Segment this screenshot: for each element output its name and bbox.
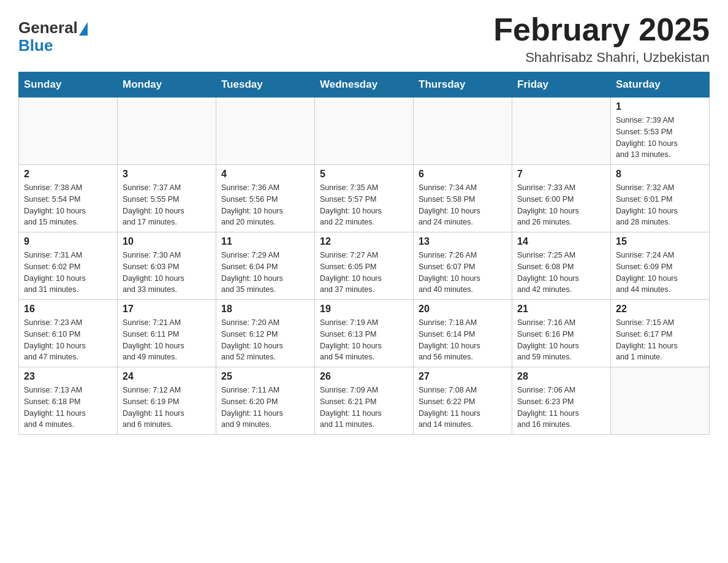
day-number: 23	[24, 371, 112, 382]
page-header: General Blue February 2025 Shahrisabz Sh…	[18, 12, 710, 66]
day-of-week-thursday: Thursday	[414, 72, 512, 98]
day-number: 24	[123, 371, 211, 382]
day-info: Sunrise: 7:35 AMSunset: 5:57 PMDaylight:…	[320, 182, 408, 228]
calendar-cell: 22Sunrise: 7:15 AMSunset: 6:17 PMDayligh…	[611, 300, 710, 367]
day-number: 20	[419, 304, 507, 315]
day-info: Sunrise: 7:15 AMSunset: 6:17 PMDaylight:…	[616, 317, 704, 363]
calendar-cell: 26Sunrise: 7:09 AMSunset: 6:21 PMDayligh…	[315, 367, 414, 435]
day-of-week-saturday: Saturday	[611, 72, 710, 98]
day-of-week-tuesday: Tuesday	[216, 72, 315, 98]
day-info: Sunrise: 7:16 AMSunset: 6:16 PMDaylight:…	[517, 317, 605, 363]
day-info: Sunrise: 7:37 AMSunset: 5:55 PMDaylight:…	[123, 182, 211, 228]
day-number: 16	[24, 304, 112, 315]
logo-blue-text: Blue	[18, 36, 53, 55]
calendar-cell	[414, 98, 512, 165]
calendar-cell: 17Sunrise: 7:21 AMSunset: 6:11 PMDayligh…	[118, 300, 216, 367]
calendar-cell: 24Sunrise: 7:12 AMSunset: 6:19 PMDayligh…	[118, 367, 216, 435]
calendar-cell: 12Sunrise: 7:27 AMSunset: 6:05 PMDayligh…	[315, 232, 414, 300]
calendar-cell: 4Sunrise: 7:36 AMSunset: 5:56 PMDaylight…	[216, 165, 315, 232]
day-info: Sunrise: 7:33 AMSunset: 6:00 PMDaylight:…	[517, 182, 605, 228]
logo: General Blue	[18, 12, 88, 55]
day-info: Sunrise: 7:32 AMSunset: 6:01 PMDaylight:…	[616, 182, 704, 228]
calendar-cell: 19Sunrise: 7:19 AMSunset: 6:13 PMDayligh…	[315, 300, 414, 367]
day-of-week-friday: Friday	[512, 72, 611, 98]
day-number: 25	[221, 371, 309, 382]
calendar-cell: 27Sunrise: 7:08 AMSunset: 6:22 PMDayligh…	[414, 367, 512, 435]
day-number: 22	[616, 304, 704, 315]
day-number: 5	[320, 169, 408, 180]
logo-general-text: General	[18, 18, 78, 37]
calendar-cell: 21Sunrise: 7:16 AMSunset: 6:16 PMDayligh…	[512, 300, 611, 367]
day-number: 7	[517, 169, 605, 180]
day-number: 11	[221, 236, 309, 247]
day-number: 19	[320, 304, 408, 315]
day-number: 6	[419, 169, 507, 180]
day-info: Sunrise: 7:29 AMSunset: 6:04 PMDaylight:…	[221, 250, 309, 296]
day-info: Sunrise: 7:30 AMSunset: 6:03 PMDaylight:…	[123, 250, 211, 296]
day-info: Sunrise: 7:20 AMSunset: 6:12 PMDaylight:…	[221, 317, 309, 363]
day-number: 2	[24, 169, 112, 180]
calendar-cell: 6Sunrise: 7:34 AMSunset: 5:58 PMDaylight…	[414, 165, 512, 232]
day-info: Sunrise: 7:31 AMSunset: 6:02 PMDaylight:…	[24, 250, 112, 296]
calendar-table: SundayMondayTuesdayWednesdayThursdayFrid…	[18, 72, 710, 435]
calendar-cell	[216, 98, 315, 165]
calendar-cell: 10Sunrise: 7:30 AMSunset: 6:03 PMDayligh…	[118, 232, 216, 300]
day-info: Sunrise: 7:38 AMSunset: 5:54 PMDaylight:…	[24, 182, 112, 228]
logo-triangle-icon	[79, 22, 88, 36]
day-info: Sunrise: 7:34 AMSunset: 5:58 PMDaylight:…	[419, 182, 507, 228]
calendar-cell: 15Sunrise: 7:24 AMSunset: 6:09 PMDayligh…	[611, 232, 710, 300]
calendar-cell: 3Sunrise: 7:37 AMSunset: 5:55 PMDaylight…	[118, 165, 216, 232]
day-number: 17	[123, 304, 211, 315]
calendar-cell: 13Sunrise: 7:26 AMSunset: 6:07 PMDayligh…	[414, 232, 512, 300]
day-number: 21	[517, 304, 605, 315]
day-info: Sunrise: 7:24 AMSunset: 6:09 PMDaylight:…	[616, 250, 704, 296]
day-info: Sunrise: 7:13 AMSunset: 6:18 PMDaylight:…	[24, 385, 112, 431]
day-number: 13	[419, 236, 507, 247]
day-number: 27	[419, 371, 507, 382]
day-info: Sunrise: 7:36 AMSunset: 5:56 PMDaylight:…	[221, 182, 309, 228]
day-number: 9	[24, 236, 112, 247]
day-number: 4	[221, 169, 309, 180]
calendar-cell	[512, 98, 611, 165]
calendar-header: SundayMondayTuesdayWednesdayThursdayFrid…	[19, 72, 710, 98]
calendar-cell: 16Sunrise: 7:23 AMSunset: 6:10 PMDayligh…	[19, 300, 118, 367]
day-info: Sunrise: 7:09 AMSunset: 6:21 PMDaylight:…	[320, 385, 408, 431]
day-info: Sunrise: 7:21 AMSunset: 6:11 PMDaylight:…	[123, 317, 211, 363]
title-block: February 2025 Shahrisabz Shahri, Uzbekis…	[493, 12, 710, 66]
day-info: Sunrise: 7:08 AMSunset: 6:22 PMDaylight:…	[419, 385, 507, 431]
calendar-cell: 9Sunrise: 7:31 AMSunset: 6:02 PMDaylight…	[19, 232, 118, 300]
calendar-cell	[19, 98, 118, 165]
week-row-1: 1Sunrise: 7:39 AMSunset: 5:53 PMDaylight…	[19, 98, 710, 165]
day-info: Sunrise: 7:26 AMSunset: 6:07 PMDaylight:…	[419, 250, 507, 296]
week-row-4: 16Sunrise: 7:23 AMSunset: 6:10 PMDayligh…	[19, 300, 710, 367]
day-number: 26	[320, 371, 408, 382]
day-number: 3	[123, 169, 211, 180]
month-title: February 2025	[493, 12, 710, 47]
day-info: Sunrise: 7:39 AMSunset: 5:53 PMDaylight:…	[616, 115, 704, 161]
week-row-2: 2Sunrise: 7:38 AMSunset: 5:54 PMDaylight…	[19, 165, 710, 232]
week-row-3: 9Sunrise: 7:31 AMSunset: 6:02 PMDaylight…	[19, 232, 710, 300]
day-info: Sunrise: 7:23 AMSunset: 6:10 PMDaylight:…	[24, 317, 112, 363]
day-number: 14	[517, 236, 605, 247]
calendar-cell: 7Sunrise: 7:33 AMSunset: 6:00 PMDaylight…	[512, 165, 611, 232]
day-number: 18	[221, 304, 309, 315]
day-info: Sunrise: 7:11 AMSunset: 6:20 PMDaylight:…	[221, 385, 309, 431]
day-info: Sunrise: 7:18 AMSunset: 6:14 PMDaylight:…	[419, 317, 507, 363]
day-number: 12	[320, 236, 408, 247]
day-of-week-monday: Monday	[118, 72, 216, 98]
calendar-cell: 23Sunrise: 7:13 AMSunset: 6:18 PMDayligh…	[19, 367, 118, 435]
days-of-week-row: SundayMondayTuesdayWednesdayThursdayFrid…	[19, 72, 710, 98]
day-info: Sunrise: 7:19 AMSunset: 6:13 PMDaylight:…	[320, 317, 408, 363]
day-number: 10	[123, 236, 211, 247]
day-info: Sunrise: 7:12 AMSunset: 6:19 PMDaylight:…	[123, 385, 211, 431]
day-number: 1	[616, 101, 704, 112]
day-of-week-sunday: Sunday	[19, 72, 118, 98]
calendar-cell: 14Sunrise: 7:25 AMSunset: 6:08 PMDayligh…	[512, 232, 611, 300]
calendar-cell	[118, 98, 216, 165]
day-info: Sunrise: 7:25 AMSunset: 6:08 PMDaylight:…	[517, 250, 605, 296]
day-info: Sunrise: 7:27 AMSunset: 6:05 PMDaylight:…	[320, 250, 408, 296]
calendar-cell: 28Sunrise: 7:06 AMSunset: 6:23 PMDayligh…	[512, 367, 611, 435]
calendar-cell: 1Sunrise: 7:39 AMSunset: 5:53 PMDaylight…	[611, 98, 710, 165]
calendar-cell: 25Sunrise: 7:11 AMSunset: 6:20 PMDayligh…	[216, 367, 315, 435]
calendar-cell: 11Sunrise: 7:29 AMSunset: 6:04 PMDayligh…	[216, 232, 315, 300]
